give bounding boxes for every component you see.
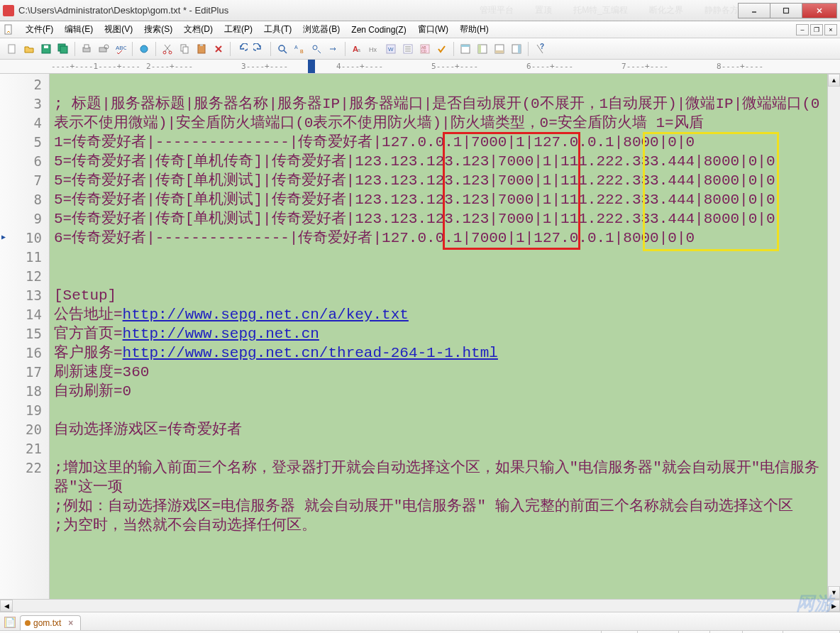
tab-label: gom.txt [33, 618, 61, 628]
document-tab[interactable]: gom.txt × [20, 615, 81, 630]
undo-button[interactable] [234, 41, 250, 57]
check-button[interactable] [434, 41, 450, 57]
window-title: C:\Users\Administrator\Desktop\gom.txt *… [18, 5, 480, 16]
hex-button[interactable]: Hx [366, 41, 382, 57]
mdi-restore-button[interactable]: ❐ [810, 24, 823, 35]
svg-text:?: ? [540, 43, 544, 50]
minimize-button[interactable] [738, 3, 770, 18]
menu-browser[interactable]: 浏览器(B) [297, 21, 346, 38]
panel2-button[interactable] [475, 41, 490, 57]
svg-rect-46 [495, 50, 504, 53]
svg-text:A: A [294, 45, 298, 50]
document-tab-bar: 📄 gom.txt × [0, 612, 840, 630]
menu-search[interactable]: 搜索(S) [138, 21, 178, 38]
title-bar: C:\Users\Administrator\Desktop\gom.txt *… [0, 0, 840, 21]
panel3-button[interactable] [492, 41, 507, 57]
close-button[interactable] [802, 3, 837, 18]
web-preview-button[interactable] [136, 41, 152, 57]
ruler: ----+----1----+---- 2----+---- 3----+---… [0, 60, 840, 74]
svg-rect-12 [99, 48, 106, 52]
svg-rect-44 [478, 45, 481, 53]
svg-rect-5 [9, 45, 15, 53]
status-bar: 需要帮助, 请按 F1 键 行 8 列 24 2D PC ANSI [0, 630, 840, 633]
background-tabs: 管理平台置顶托M特_互编程断化之界静静各方 [480, 4, 739, 16]
codefold-button[interactable]: ABCD [417, 41, 433, 57]
redo-button[interactable] [251, 41, 267, 57]
save-all-button[interactable] [55, 41, 71, 57]
panel4-button[interactable] [509, 41, 524, 57]
maximize-button[interactable] [770, 3, 802, 18]
menu-document[interactable]: 文档(D) [178, 21, 219, 38]
mdi-minimize-button[interactable]: – [796, 24, 809, 35]
copy-button[interactable] [177, 41, 192, 57]
open-file-button[interactable] [21, 41, 37, 57]
new-file-button[interactable] [4, 41, 20, 57]
menu-project[interactable]: 工程(P) [219, 21, 258, 38]
svg-text:a: a [358, 48, 360, 53]
print-preview-button[interactable] [96, 41, 111, 57]
spellcheck-button[interactable]: ABC [113, 41, 128, 57]
vertical-scrollbar[interactable]: ▲ ▼ [827, 74, 840, 599]
menu-bar: 文件(F) 编辑(E) 视图(V) 搜索(S) 文档(D) 工程(P) 工具(T… [0, 21, 840, 38]
replace-button[interactable]: AB [292, 41, 307, 57]
svg-text:CD: CD [421, 49, 427, 53]
text-editor[interactable]: ; 标题|服务器标题|服务器名称|服务器IP|服务器端口|是否自动展开(0不展开… [50, 74, 827, 599]
svg-rect-11 [84, 45, 89, 48]
menu-edit[interactable]: 编辑(E) [59, 21, 99, 38]
menu-window[interactable]: 窗口(W) [412, 21, 454, 38]
horizontal-scrollbar[interactable]: ◀ ▶ [0, 599, 840, 612]
watermark: 网游 [796, 591, 833, 616]
tab-close-button[interactable]: × [68, 618, 73, 628]
svg-rect-1 [784, 8, 789, 13]
save-button[interactable] [38, 41, 54, 57]
cut-button[interactable] [160, 41, 175, 57]
font-button[interactable]: Aa [349, 41, 365, 57]
document-icon [3, 24, 14, 35]
svg-text:W: W [388, 46, 394, 53]
find-next-button[interactable] [309, 41, 324, 57]
delete-button[interactable] [211, 41, 226, 57]
menu-view[interactable]: 视图(V) [99, 21, 138, 38]
svg-rect-19 [183, 47, 188, 53]
svg-rect-7 [44, 45, 48, 48]
svg-rect-4 [5, 25, 11, 34]
ruler-cursor [308, 60, 315, 73]
find-button[interactable] [275, 41, 290, 57]
svg-rect-21 [200, 44, 203, 46]
svg-point-28 [313, 45, 317, 50]
svg-text:B: B [300, 49, 304, 54]
mdi-close-button[interactable]: × [824, 24, 837, 35]
svg-rect-42 [461, 45, 470, 47]
svg-rect-9 [60, 46, 67, 53]
linenumbers-button[interactable] [400, 41, 416, 57]
svg-line-25 [284, 50, 287, 53]
scroll-left-button[interactable]: ◀ [0, 600, 13, 612]
toolbar: ABC AB Aa Hx W ABCD ? [0, 38, 840, 60]
menu-help[interactable]: 帮助(H) [454, 21, 494, 38]
svg-text:Hx: Hx [369, 46, 377, 53]
help-button[interactable]: ? [532, 41, 548, 57]
app-icon [3, 5, 14, 16]
svg-rect-48 [518, 45, 521, 53]
menu-file[interactable]: 文件(F) [20, 21, 59, 38]
panel1-button[interactable] [458, 41, 473, 57]
scroll-up-button[interactable]: ▲ [828, 74, 840, 87]
modified-indicator-icon [25, 620, 31, 626]
current-line-marker-icon: ▶ [1, 227, 6, 246]
wordwrap-button[interactable]: W [383, 41, 399, 57]
goto-button[interactable] [326, 41, 341, 57]
menu-zen[interactable]: Zen Coding(Z) [346, 23, 411, 37]
print-button[interactable] [79, 41, 94, 57]
paste-button[interactable] [194, 41, 209, 57]
window-controls [739, 3, 837, 18]
new-tab-button[interactable]: 📄 [4, 617, 16, 628]
editor-area: 2345678910111213141516171819202122 ▶ ; 标… [0, 74, 840, 599]
svg-point-24 [279, 45, 284, 51]
line-number-gutter: 2345678910111213141516171819202122 ▶ [0, 74, 50, 599]
menu-tools[interactable]: 工具(T) [258, 21, 297, 38]
svg-text:ABC: ABC [116, 45, 126, 51]
svg-point-15 [140, 45, 148, 53]
